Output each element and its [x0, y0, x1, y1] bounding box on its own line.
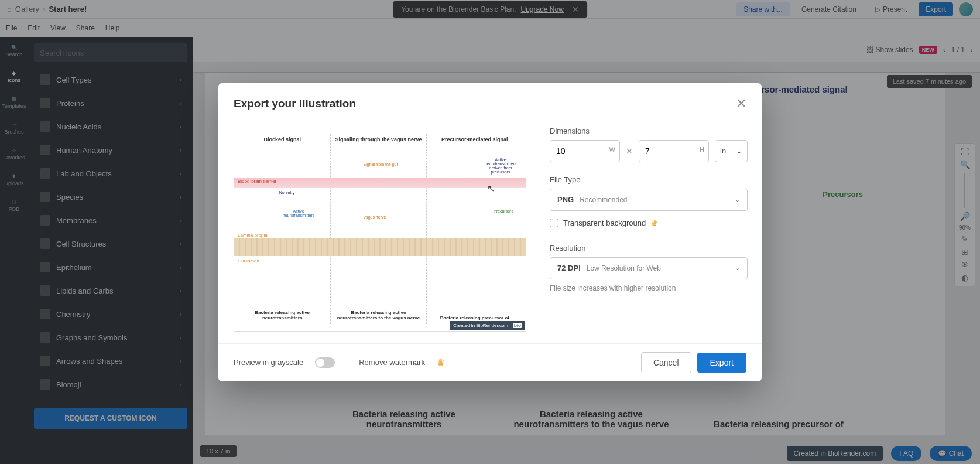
- filetype-select[interactable]: PNG Recommended ⌄: [550, 189, 748, 211]
- grayscale-label: Preview in grayscale: [234, 358, 303, 367]
- dimensions-label: Dimensions: [550, 127, 748, 135]
- chevron-down-icon: ⌄: [735, 264, 740, 272]
- chevron-down-icon: ⌄: [736, 146, 742, 155]
- close-icon[interactable]: ✕: [736, 96, 746, 111]
- modal-title: Export your illustration: [234, 97, 356, 110]
- watermark: Created in BioRender.com: [450, 321, 525, 330]
- remove-watermark-label: Remove watermark: [359, 358, 425, 367]
- crown-icon: ♛: [437, 357, 444, 368]
- unit-select[interactable]: in⌄: [715, 140, 748, 162]
- chevron-down-icon: ⌄: [735, 196, 740, 203]
- export-modal: Export your illustration ✕ Blocked signa…: [218, 83, 762, 381]
- grayscale-toggle[interactable]: [315, 357, 335, 368]
- resolution-label: Resolution: [550, 244, 748, 253]
- export-confirm-button[interactable]: Export: [697, 353, 746, 373]
- resolution-select[interactable]: 72 DPI Low Resolution for Web ⌄: [550, 257, 748, 279]
- modal-overlay: Export your illustration ✕ Blocked signa…: [0, 0, 980, 464]
- height-input[interactable]: [639, 140, 709, 162]
- cancel-button[interactable]: Cancel: [641, 352, 691, 373]
- filetype-label: File Type: [550, 175, 748, 184]
- transparent-checkbox[interactable]: Transparent background ♛: [550, 218, 748, 228]
- times-icon: ✕: [626, 146, 633, 156]
- export-preview: Blocked signal Signaling through the vag…: [234, 127, 526, 332]
- resolution-help: File size increases with higher resoluti…: [550, 284, 748, 292]
- crown-icon: ♛: [650, 218, 658, 228]
